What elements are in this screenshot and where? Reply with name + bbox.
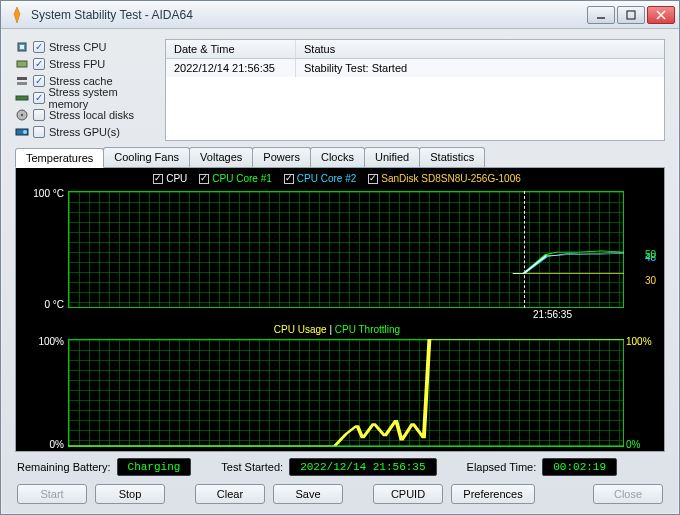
legend-item[interactable]: CPU Core #2 [284,173,356,184]
temp-marker-time: 21:56:35 [68,308,624,320]
checkbox[interactable] [33,41,45,53]
mem-icon [15,91,29,105]
battery-label: Remaining Battery: [17,461,111,473]
stress-options: Stress CPU Stress FPU Stress cache Stres… [15,39,155,141]
cache-icon [15,74,29,88]
tab-cooling-fans[interactable]: Cooling Fans [103,147,190,167]
checkbox[interactable] [33,75,45,87]
usage-ymax-r: 100% [626,336,654,347]
stop-button[interactable]: Stop [95,484,165,504]
usage-ymin-l: 0% [20,439,64,450]
stress-check-cpu[interactable]: Stress CPU [15,39,155,55]
gpu-icon [15,125,29,139]
legend-checkbox[interactable] [368,174,378,184]
temp-ymin: 0 °C [20,299,64,310]
cpu-icon [15,40,29,54]
started-label: Test Started: [221,461,283,473]
started-value: 2022/12/14 21:56:35 [289,458,436,476]
table-body: 2022/12/14 21:56:35Stability Test: Start… [166,59,664,129]
window-title: System Stability Test - AIDA64 [31,8,585,22]
checkbox[interactable] [33,126,45,138]
legend-item[interactable]: CPU Core #1 [199,173,271,184]
preferences-button[interactable]: Preferences [451,484,535,504]
svg-rect-6 [17,82,27,85]
start-button[interactable]: Start [17,484,87,504]
svg-point-9 [21,114,23,116]
checkbox[interactable] [33,92,45,104]
close-window-button[interactable] [647,6,675,24]
usage-chart[interactable] [68,339,624,447]
close-button[interactable]: Close [593,484,663,504]
check-label: Stress GPU(s) [49,126,120,138]
app-icon [9,7,25,23]
minimize-button[interactable] [587,6,615,24]
svg-point-11 [23,130,27,134]
col-status[interactable]: Status [296,40,343,58]
fpu-icon [15,57,29,71]
check-label: Stress local disks [49,109,134,121]
svg-rect-3 [20,45,24,49]
usage-chart-title: CPU Usage | CPU Throttling [20,324,654,335]
event-log-table: Date & Time Status 2022/12/14 21:56:35St… [165,39,665,141]
temp-value-label: 30 [645,275,656,286]
disk-icon [15,108,29,122]
usage-ymax-l: 100% [20,336,64,347]
legend-checkbox[interactable] [153,174,163,184]
window-controls [585,6,675,24]
temp-value-label: 50 [645,249,656,260]
col-datetime[interactable]: Date & Time [166,40,296,58]
legend-checkbox[interactable] [284,174,294,184]
clear-button[interactable]: Clear [195,484,265,504]
tab-unified[interactable]: Unified [364,147,420,167]
svg-rect-1 [627,11,635,19]
temp-ymax: 100 °C [20,188,64,199]
cpuid-button[interactable]: CPUID [373,484,443,504]
app-window: System Stability Test - AIDA64 Stress CP… [0,0,680,515]
elapsed-value: 00:02:19 [542,458,617,476]
table-header: Date & Time Status [166,40,664,59]
svg-rect-4 [17,61,27,67]
tab-clocks[interactable]: Clocks [310,147,365,167]
titlebar[interactable]: System Stability Test - AIDA64 [1,1,679,29]
tab-statistics[interactable]: Statistics [419,147,485,167]
check-label: Stress FPU [49,58,105,70]
legend-item[interactable]: CPU [153,173,187,184]
charts-panel: CPUCPU Core #1CPU Core #2SanDisk SD8SN8U… [15,168,665,452]
table-row[interactable]: 2022/12/14 21:56:35Stability Test: Start… [166,59,664,77]
maximize-button[interactable] [617,6,645,24]
checkbox[interactable] [33,58,45,70]
check-label: Stress system memory [49,86,155,110]
stress-check-fpu[interactable]: Stress FPU [15,56,155,72]
legend-checkbox[interactable] [199,174,209,184]
chart-tabs: TemperaturesCooling FansVoltagesPowersCl… [15,147,665,168]
usage-ymin-r: 0% [626,439,654,450]
temperature-chart[interactable] [68,191,624,309]
battery-value: Charging [117,458,192,476]
check-label: Stress CPU [49,41,106,53]
temp-legend: CPUCPU Core #1CPU Core #2SanDisk SD8SN8U… [20,172,654,187]
svg-rect-5 [17,77,27,80]
tab-powers[interactable]: Powers [252,147,311,167]
tab-voltages[interactable]: Voltages [189,147,253,167]
legend-item[interactable]: SanDisk SD8SN8U-256G-1006 [368,173,521,184]
tab-temperatures[interactable]: Temperatures [15,148,104,168]
svg-rect-7 [16,96,28,100]
client-area: Stress CPU Stress FPU Stress cache Stres… [1,29,679,514]
status-bar: Remaining Battery: Charging Test Started… [15,452,665,478]
button-row: Start Stop Clear Save CPUID Preferences … [15,478,665,506]
elapsed-label: Elapsed Time: [467,461,537,473]
stress-check-mem[interactable]: Stress system memory [15,90,155,106]
stress-check-gpu[interactable]: Stress GPU(s) [15,124,155,140]
checkbox[interactable] [33,109,45,121]
save-button[interactable]: Save [273,484,343,504]
